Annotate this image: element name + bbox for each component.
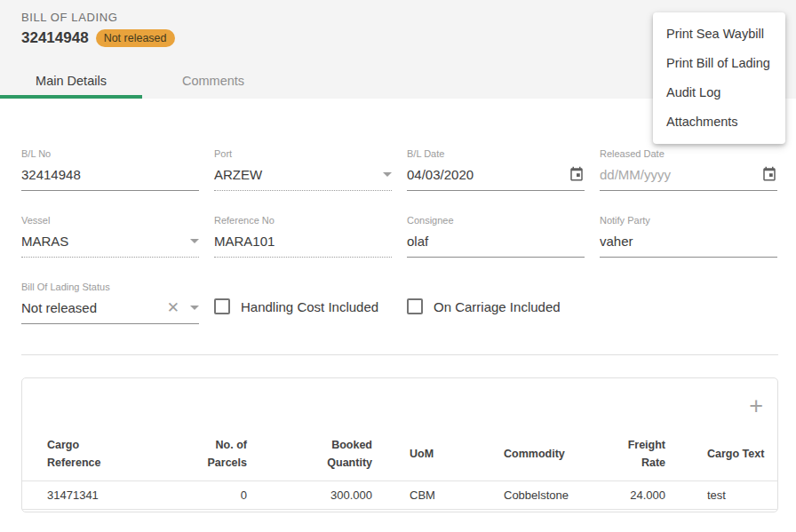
on-carriage-checkbox[interactable]: On Carriage Included xyxy=(407,289,585,324)
document-line: 32414948 Not released xyxy=(21,29,175,47)
cell-uom: CBM xyxy=(372,480,491,509)
checkbox-label: Handling Cost Included xyxy=(241,299,378,314)
bl-status-value: Not released xyxy=(21,300,97,315)
reference-no-input[interactable] xyxy=(214,234,392,249)
cargo-lines-card: + Cargo Reference No. of Parcels Booked … xyxy=(21,377,778,512)
actions-dropdown-menu: Print Sea Waybill Print Bill of Lading A… xyxy=(653,12,785,144)
bl-no-field: B/L No xyxy=(21,148,199,191)
vessel-label: Vessel xyxy=(21,215,199,226)
bl-status-label: Bill Of Lading Status xyxy=(21,282,199,293)
cell-commodity: Cobbelstone xyxy=(491,480,591,509)
tab-bar: Main Details Comments xyxy=(0,63,284,99)
bl-status-select[interactable]: Not released ✕ xyxy=(21,298,199,324)
vessel-select[interactable]: MARAS xyxy=(21,231,199,258)
port-label: Port xyxy=(214,148,392,160)
cargo-table: Cargo Reference No. of Parcels Booked Qu… xyxy=(22,427,777,510)
col-cargo-text: Cargo Text xyxy=(665,427,777,480)
menu-item-print-sea-waybill[interactable]: Print Sea Waybill xyxy=(653,20,785,49)
bl-status-field: Bill Of Lading Status Not released ✕ xyxy=(21,282,199,324)
tab-main-details[interactable]: Main Details xyxy=(0,63,142,99)
released-date-label: Released Date xyxy=(600,148,777,160)
status-badge: Not released xyxy=(96,29,175,47)
col-freight-rate: Freight Rate xyxy=(591,427,665,480)
reference-no-label: Reference No xyxy=(214,215,392,226)
clear-icon[interactable]: ✕ xyxy=(167,300,179,315)
checkbox-box xyxy=(214,298,230,314)
chevron-down-icon xyxy=(190,306,199,310)
released-date-field: Released Date xyxy=(600,148,777,191)
checkbox-label: On Carriage Included xyxy=(434,299,561,314)
consignee-label: Consignee xyxy=(407,215,585,226)
notify-party-label: Notify Party xyxy=(600,215,777,226)
cargo-table-row[interactable]: 31471341 0 300.000 CBM Cobbelstone 24.00… xyxy=(22,480,777,509)
handling-cost-checkbox[interactable]: Handling Cost Included xyxy=(214,289,392,324)
col-commodity: Commodity xyxy=(491,427,591,480)
bl-no-input[interactable] xyxy=(21,167,199,182)
menu-item-print-bill-of-lading[interactable]: Print Bill of Lading xyxy=(653,49,785,78)
section-divider xyxy=(21,354,778,355)
add-cargo-line-button[interactable]: + xyxy=(749,378,777,418)
vessel-value: MARAS xyxy=(21,234,68,249)
menu-item-attachments[interactable]: Attachments xyxy=(653,107,785,137)
bl-date-label: B/L Date xyxy=(407,148,585,160)
port-value: ARZEW xyxy=(214,167,262,182)
document-number: 32414948 xyxy=(21,29,89,47)
bl-date-input[interactable] xyxy=(407,167,569,182)
col-no-of-parcels: No. of Parcels xyxy=(182,427,247,480)
port-field: Port ARZEW xyxy=(214,148,392,191)
released-date-input[interactable] xyxy=(600,167,761,182)
main-details-form: B/L No Port ARZEW B/L Date Released Date xyxy=(21,148,796,324)
col-uom: UoM xyxy=(372,427,491,480)
bl-date-field: B/L Date xyxy=(407,148,585,191)
cell-cargo-reference: 31471341 xyxy=(22,480,182,509)
cell-cargo-text: test xyxy=(665,480,777,509)
reference-no-field: Reference No xyxy=(214,215,392,258)
col-booked-quantity: Booked Quantity xyxy=(247,427,372,480)
calendar-icon[interactable] xyxy=(569,166,585,182)
page-title: BILL OF LADING xyxy=(21,11,117,24)
col-cargo-reference: Cargo Reference xyxy=(22,427,182,480)
menu-item-audit-log[interactable]: Audit Log xyxy=(653,78,785,107)
bl-no-label: B/L No xyxy=(21,148,199,160)
cell-booked-quantity: 300.000 xyxy=(247,480,372,509)
cell-no-of-parcels: 0 xyxy=(182,480,247,509)
cargo-card-toolbar: + xyxy=(22,378,777,427)
cell-freight-rate: 24.000 xyxy=(591,480,665,509)
consignee-field: Consignee xyxy=(407,215,585,258)
chevron-down-icon xyxy=(190,239,199,243)
checkbox-box xyxy=(407,298,423,314)
tab-comments[interactable]: Comments xyxy=(142,63,284,99)
chevron-down-icon xyxy=(383,172,392,177)
vessel-field: Vessel MARAS xyxy=(21,215,199,258)
port-select[interactable]: ARZEW xyxy=(214,164,392,191)
empty-cell xyxy=(600,282,777,324)
cargo-table-header-row: Cargo Reference No. of Parcels Booked Qu… xyxy=(22,427,777,480)
consignee-input[interactable] xyxy=(407,234,585,249)
notify-party-input[interactable] xyxy=(600,234,777,249)
notify-party-field: Notify Party xyxy=(600,215,777,258)
calendar-icon[interactable] xyxy=(761,166,777,182)
